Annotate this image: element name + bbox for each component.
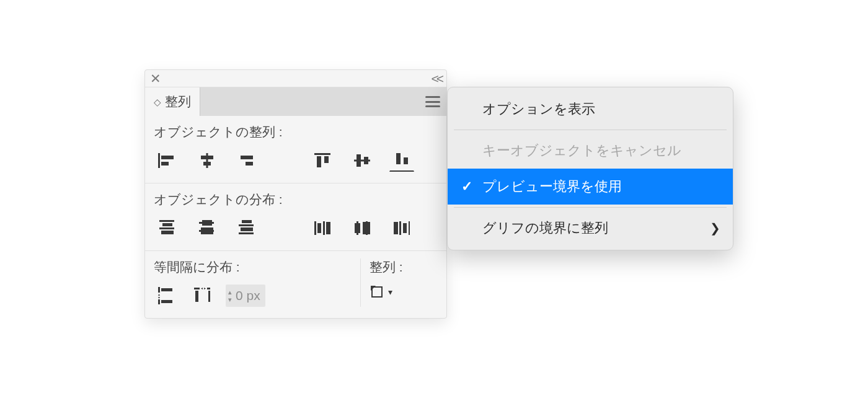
menu-item-use-preview-bounds[interactable]: プレビュー境界を使用 xyxy=(448,169,733,205)
menu-divider xyxy=(454,207,727,208)
svg-rect-51 xyxy=(207,288,210,289)
hdist-center-icon xyxy=(354,220,370,236)
panel-menu-button[interactable] xyxy=(419,87,446,116)
hdist-left-button[interactable] xyxy=(310,217,335,239)
svg-rect-31 xyxy=(323,221,325,235)
menu-item-align-glyph-bounds[interactable]: グリフの境界に整列 ❯ xyxy=(448,210,733,246)
collapse-double-arrow-icon[interactable]: << xyxy=(431,71,441,86)
svg-rect-20 xyxy=(161,231,174,234)
svg-marker-49 xyxy=(201,288,203,289)
svg-rect-48 xyxy=(195,291,198,302)
vdist-bottom-button[interactable] xyxy=(233,217,258,239)
svg-marker-50 xyxy=(204,288,206,289)
spacing-value-text: 0 px xyxy=(236,288,260,303)
svg-rect-0 xyxy=(158,153,160,168)
expand-icon: ◇ xyxy=(154,97,161,107)
svg-rect-40 xyxy=(409,221,410,235)
vdist-bottom-icon xyxy=(237,220,254,236)
menu-item-label: キーオブジェクトをキャンセル xyxy=(482,141,681,160)
menu-divider xyxy=(454,130,727,130)
section-align-objects: オブジェクトの整列 : xyxy=(145,116,446,183)
align-left-icon xyxy=(158,153,174,168)
hspace-icon xyxy=(194,288,210,304)
align-vcenter-icon xyxy=(354,153,370,168)
svg-rect-22 xyxy=(202,220,212,226)
svg-rect-24 xyxy=(201,227,213,234)
section-spacing-label: 等間隔に分布 : xyxy=(154,258,352,276)
hspace-button[interactable] xyxy=(190,285,215,307)
align-left-button[interactable] xyxy=(154,149,179,172)
svg-rect-10 xyxy=(317,156,321,167)
hamburger-icon xyxy=(425,96,440,107)
svg-rect-38 xyxy=(399,221,401,235)
section-distribute-objects: オブジェクトの分布 : xyxy=(145,183,446,251)
svg-rect-30 xyxy=(317,223,321,233)
panel-tab-row: ◇ 整列 xyxy=(145,87,446,116)
align-bottom-icon xyxy=(394,153,410,167)
vdist-center-button[interactable] xyxy=(193,217,218,239)
vdist-top-icon xyxy=(158,220,174,236)
menu-item-show-options[interactable]: オプションを表示 xyxy=(448,91,733,127)
svg-rect-42 xyxy=(161,288,172,291)
menu-item-cancel-key-object: キーオブジェクトをキャンセル xyxy=(448,133,733,169)
svg-rect-5 xyxy=(203,162,211,165)
tab-align[interactable]: ◇ 整列 xyxy=(145,87,200,116)
section-spacing-and-alignto: 等間隔に分布 : ▴▾ 0 px 整列 : xyxy=(145,251,446,318)
svg-rect-27 xyxy=(241,227,253,231)
align-right-icon xyxy=(237,153,254,168)
svg-rect-29 xyxy=(314,221,316,235)
chevron-right-icon: ❯ xyxy=(710,221,720,236)
svg-marker-44 xyxy=(158,297,160,299)
stepper-icon[interactable]: ▴▾ xyxy=(228,289,232,303)
vdist-top-button[interactable] xyxy=(154,217,179,239)
align-bottom-button[interactable] xyxy=(389,149,414,172)
align-top-button[interactable] xyxy=(310,149,335,172)
svg-rect-7 xyxy=(241,156,253,159)
spacing-value-field[interactable]: ▴▾ 0 px xyxy=(226,285,265,307)
svg-rect-37 xyxy=(394,222,398,234)
tab-align-label: 整列 xyxy=(165,93,191,110)
svg-rect-52 xyxy=(208,291,210,302)
svg-rect-47 xyxy=(194,288,200,289)
svg-rect-15 xyxy=(396,153,401,164)
svg-rect-18 xyxy=(162,223,172,226)
section-align-objects-label: オブジェクトの整列 : xyxy=(154,123,438,141)
svg-rect-19 xyxy=(159,227,174,229)
panel-titlebar: ✕ << xyxy=(145,70,446,87)
chevron-down-icon: ▾ xyxy=(388,287,392,297)
svg-rect-46 xyxy=(161,300,172,303)
svg-rect-3 xyxy=(206,153,208,168)
section-distribute-objects-label: オブジェクトの分布 : xyxy=(154,191,438,208)
svg-rect-16 xyxy=(404,157,408,164)
svg-rect-13 xyxy=(356,154,361,167)
hdist-center-button[interactable] xyxy=(350,217,374,239)
svg-rect-4 xyxy=(201,156,213,159)
section-alignto-label: 整列 : xyxy=(370,258,438,276)
svg-marker-54 xyxy=(371,286,376,291)
menu-item-label: オプションを表示 xyxy=(482,100,595,118)
svg-marker-43 xyxy=(158,294,160,296)
align-panel: ✕ << ◇ 整列 オブジェクトの整列 : xyxy=(144,69,447,319)
artboard-icon xyxy=(370,285,384,299)
svg-rect-25 xyxy=(242,220,252,223)
svg-rect-2 xyxy=(161,162,169,165)
hdist-left-icon xyxy=(314,220,330,236)
svg-rect-11 xyxy=(324,156,329,163)
svg-rect-17 xyxy=(159,220,174,222)
menu-item-label: プレビュー境界を使用 xyxy=(482,177,622,196)
svg-rect-53 xyxy=(372,287,382,297)
align-right-button[interactable] xyxy=(233,149,258,172)
hdist-right-icon xyxy=(394,220,410,236)
vspace-button[interactable] xyxy=(154,285,179,307)
hdist-right-button[interactable] xyxy=(389,217,414,239)
align-vcenter-button[interactable] xyxy=(350,149,374,172)
svg-rect-34 xyxy=(355,223,360,233)
svg-rect-8 xyxy=(246,162,253,165)
close-icon[interactable]: ✕ xyxy=(150,72,161,85)
svg-rect-26 xyxy=(239,224,254,226)
align-to-dropdown[interactable]: ▾ xyxy=(370,285,438,299)
svg-rect-36 xyxy=(363,222,370,234)
tab-empty-area xyxy=(200,87,419,116)
align-top-icon xyxy=(314,153,330,168)
align-hcenter-button[interactable] xyxy=(193,149,218,172)
